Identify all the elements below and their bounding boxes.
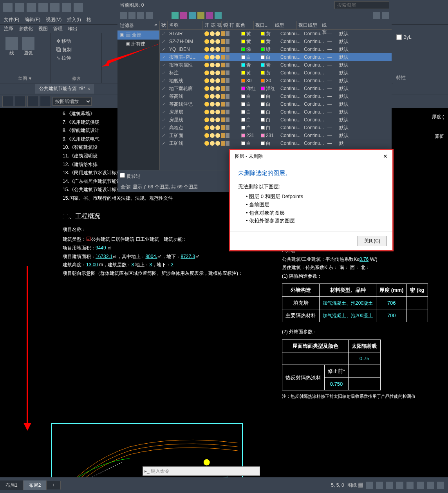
view-2-icon[interactable] — [15, 96, 26, 107]
sb-7-icon[interactable] — [427, 482, 434, 489]
move-btn[interactable]: ✥ 移动 — [56, 37, 96, 46]
layer-row[interactable]: ⟋ 高程点 白 白 Continu... Continu... — 默认 — [160, 124, 392, 132]
stretch-btn[interactable]: ⤡ 拉伸 — [56, 54, 96, 63]
layer-row[interactable]: ⟋ STAIR 黄 黄 Continu... Continu... — 默认 — [160, 30, 392, 38]
sb-6-icon[interactable] — [417, 482, 424, 489]
dialog-footer: 关闭(C) — [230, 231, 392, 250]
redo-icon[interactable] — [74, 3, 83, 12]
layer-row[interactable]: ⟋ 地下室轮廓 洋红 洋红 Continu... Continu... — 默认 — [160, 85, 392, 92]
col-vp[interactable]: 视 — [215, 21, 222, 29]
zoom-select[interactable]: 按图纸缩放 — [52, 97, 92, 106]
tab-view2[interactable]: 视图 — [36, 25, 50, 33]
col-name[interactable]: 名称 — [168, 21, 203, 29]
layer-state4-icon[interactable] — [197, 12, 204, 19]
menu-view[interactable]: 视图(V) — [43, 16, 64, 24]
tab-parametric[interactable]: 参数化 — [16, 25, 35, 33]
arc-label: 圆弧 — [22, 50, 34, 56]
svg-marker-5 — [102, 62, 110, 67]
layer-row[interactable]: ⟋ 标注 黄 黄 Continu... Continu... — 默认 — [160, 69, 392, 77]
col-plot[interactable]: 打 — [228, 21, 234, 29]
layout-tab-2[interactable]: 布局2 — [23, 480, 47, 490]
document-tab[interactable]: 公共建筑节能专篇_t8* × — [35, 84, 94, 94]
view-3-icon[interactable] — [27, 96, 38, 107]
layer-row[interactable]: ⟋ 等高线 白 白 Continu... Continu... — 默认 — [160, 92, 392, 100]
annotation-arrow-2 — [20, 266, 35, 431]
menu-insert[interactable]: 插入(I) — [65, 16, 83, 24]
layer-row[interactable]: ⟋ 工矿面 231 231 Continu... Continu... — 默认 — [160, 132, 392, 139]
layer-search-input[interactable] — [334, 1, 389, 9]
section-2-heading: 二、工程概况 — [63, 211, 243, 222]
tab-annotate[interactable]: 注释 — [2, 25, 16, 33]
layer-grid-header: 状 名称 开 冻 视 锁 打 颜色 视口... 线型 视口线型 线宽 — [160, 21, 392, 30]
tab-output[interactable]: 输出 — [66, 25, 80, 33]
arc-icon[interactable] — [22, 37, 34, 50]
view-4-icon[interactable] — [40, 96, 51, 107]
layer-row[interactable]: ⟋ 报审表- PU... 白 白 Continu... Continu... —… — [160, 53, 392, 61]
settings-icon[interactable] — [382, 12, 389, 19]
layer-state1-icon[interactable] — [172, 12, 179, 19]
props-label: 特性 — [395, 73, 446, 83]
open-icon[interactable] — [15, 3, 24, 12]
sb-8-icon[interactable] — [437, 482, 444, 489]
print-icon[interactable] — [50, 3, 60, 12]
layer-row[interactable]: ⟋ 房屋线 白 白 Continu... Continu... — 默认 — [160, 116, 392, 124]
saveall-icon[interactable] — [38, 3, 48, 12]
ribbon-panel-draw: 线 圆弧 绘图 ▼ — [0, 33, 51, 83]
sb-4-icon[interactable] — [396, 482, 403, 489]
line-icon[interactable] — [5, 37, 18, 50]
layer-row[interactable]: ⟋ 报审表属性 青 青 Continu... Continu... — 默认 — [160, 61, 392, 69]
undo-icon[interactable] — [62, 3, 71, 12]
layer-row[interactable]: ⟋ YQ_IDEN 绿 绿 Continu... Continu... — 默认 — [160, 45, 392, 53]
sb-3-icon[interactable] — [386, 482, 393, 489]
dialog-item: 包含对象的图层 — [246, 209, 385, 217]
layer-row[interactable]: ⟋ 工矿线 白 白 Continu... Continu... — 默 — [160, 139, 392, 147]
layer-row[interactable]: ⟋ 房屋层 白 白 Continu... Continu... — 默认 — [160, 108, 392, 116]
dialog-close-button[interactable]: 关闭(C) — [358, 236, 387, 246]
menu-edit[interactable]: 编辑(E) — [22, 16, 43, 24]
sb-2-icon[interactable] — [376, 482, 383, 489]
layer-row[interactable]: ⟋ 等高线注记 白 白 Continu... Continu... — 默认 — [160, 100, 392, 108]
refresh-icon[interactable] — [373, 12, 380, 19]
view-1-icon[interactable] — [2, 96, 13, 107]
dialog-close-icon[interactable]: ✕ — [383, 153, 388, 160]
command-line[interactable]: ▸_ 键入命令 — [143, 466, 260, 476]
bylayer-item[interactable]: ByL — [395, 33, 446, 42]
layout-add-tab[interactable]: + — [47, 481, 61, 489]
col-freeze[interactable]: 冻 — [209, 21, 215, 29]
sb-5-icon[interactable] — [406, 482, 414, 489]
col-vpcolor[interactable]: 视口... — [254, 21, 273, 29]
col-lock[interactable]: 锁 — [222, 21, 228, 29]
col-lineweight[interactable]: 线宽 — [320, 21, 332, 29]
layer-state5-icon[interactable] — [206, 12, 213, 19]
menu-file[interactable]: 文件(F) — [2, 16, 22, 24]
paper-mode[interactable]: 图纸 ▦ — [347, 482, 363, 489]
layer-rows: ⟋ STAIR 黄 黄 Continu... Continu... — 默认⟋ … — [160, 30, 392, 147]
delete-layer-icon[interactable] — [128, 12, 135, 19]
layer-row[interactable]: ⟋ 地貌线 30 30 Continu... Continu... — 默认 — [160, 77, 392, 85]
new-layer-icon[interactable] — [120, 12, 127, 19]
tab-manage[interactable]: 管理 — [51, 25, 65, 33]
layout-tab-1[interactable]: 布局1 — [0, 480, 23, 490]
col-status[interactable]: 状 — [160, 21, 168, 29]
invert-filter-check[interactable]: 反转过 — [120, 173, 141, 179]
cmd-placeholder: 键入命令 — [151, 468, 170, 475]
col-vplinetype[interactable]: 视口线型 — [297, 21, 320, 29]
layer-state3-icon[interactable] — [189, 12, 196, 19]
sb-1-icon[interactable] — [366, 482, 373, 489]
layer-state2-icon[interactable] — [180, 12, 187, 19]
menu-format[interactable]: 格 — [84, 16, 94, 24]
col-color[interactable]: 颜色 — [234, 21, 254, 29]
layer-tool3-icon[interactable] — [137, 12, 144, 19]
collapse-icon[interactable]: « — [154, 22, 157, 29]
new-icon[interactable] — [3, 3, 13, 12]
layer-tool4-icon[interactable] — [146, 12, 153, 19]
col-on[interactable]: 开 — [203, 21, 209, 29]
layer-state6-icon[interactable] — [215, 12, 222, 19]
close-icon[interactable]: × — [87, 86, 90, 92]
dialog-body: 未删除选定的图层。 无法删除以下图层: 图层 0 和图层 Defpoints 当… — [230, 163, 392, 231]
copy-btn[interactable]: ⿻ 复制 — [56, 46, 96, 54]
col-linetype[interactable]: 线型 — [273, 21, 297, 29]
save-icon[interactable] — [27, 3, 36, 12]
layer-row[interactable]: ⟋ SZ-ZH-DIM 黄 黄 Continu... Continu... — … — [160, 38, 392, 45]
filter-all[interactable]: ▣ ▤ 全部 — [117, 31, 159, 40]
